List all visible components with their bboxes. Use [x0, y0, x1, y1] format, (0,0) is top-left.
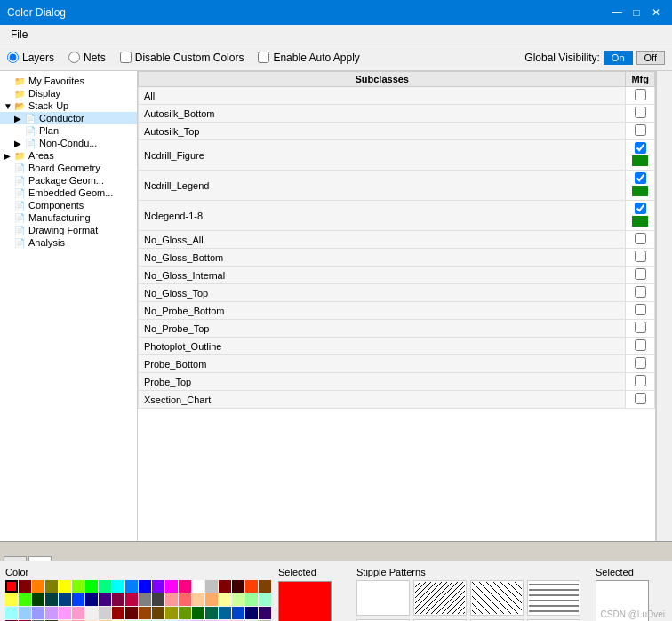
table-row[interactable]: No_Gloss_Bottom	[139, 249, 655, 267]
color-swatch[interactable]	[99, 580, 111, 593]
table-row[interactable]: Photoplot_Outline	[139, 338, 655, 355]
visibility-off-button[interactable]: Off	[636, 51, 665, 65]
row-checkbox[interactable]	[635, 357, 646, 369]
color-swatch[interactable]	[179, 593, 191, 606]
disable-custom-colors-label[interactable]: Disable Custom Colors	[120, 52, 244, 64]
table-row[interactable]: No_Gloss_All	[139, 231, 655, 249]
sidebar-item-areas[interactable]: ▶ 📁 Areas	[0, 149, 137, 162]
table-row[interactable]: Ncdrill_Figure	[139, 140, 655, 171]
row-checkbox[interactable]	[635, 304, 646, 315]
color-swatch[interactable]	[5, 593, 18, 606]
color-swatch[interactable]	[45, 580, 58, 593]
stipple-swatch-horiz[interactable]	[527, 580, 580, 616]
sidebar-item-stack-up[interactable]: ▼ 📂 Stack-Up	[0, 100, 137, 112]
row-check-cell[interactable]	[626, 140, 655, 171]
color-swatch[interactable]	[72, 607, 84, 619]
row-check-cell[interactable]	[626, 373, 655, 391]
table-row[interactable]: No_Gloss_Top	[139, 284, 655, 302]
color-swatch[interactable]	[32, 580, 44, 593]
row-check-cell[interactable]	[626, 338, 655, 355]
color-swatch[interactable]	[5, 580, 18, 593]
color-swatch[interactable]	[165, 593, 178, 606]
row-check-cell[interactable]	[626, 105, 655, 123]
row-checkbox[interactable]	[635, 142, 646, 154]
stipple-swatch-empty[interactable]	[356, 580, 410, 616]
color-swatch[interactable]	[19, 580, 31, 593]
color-swatch[interactable]	[32, 593, 44, 606]
table-row[interactable]: Nclegend-1-8	[139, 201, 655, 231]
color-swatch[interactable]	[99, 607, 111, 619]
row-checkbox[interactable]	[635, 251, 646, 262]
sidebar-item-non-condu[interactable]: ▶ 📄 Non-Condu...	[0, 137, 137, 149]
color-swatch[interactable]	[45, 607, 58, 619]
color-swatch[interactable]	[205, 607, 218, 619]
color-swatch[interactable]	[139, 580, 151, 593]
row-check-cell[interactable]	[626, 391, 655, 409]
row-checkbox[interactable]	[635, 268, 646, 280]
row-check-cell[interactable]	[626, 320, 655, 338]
color-swatch[interactable]	[152, 580, 164, 593]
layers-radio-label[interactable]: Layers	[7, 52, 54, 64]
row-check-cell[interactable]	[626, 87, 655, 105]
sidebar-item-components[interactable]: 📄 Components	[0, 199, 137, 211]
table-row[interactable]: Ncdrill_Legend	[139, 171, 655, 201]
row-checkbox[interactable]	[635, 124, 646, 136]
color-swatch[interactable]	[59, 607, 71, 619]
row-checkbox[interactable]	[635, 375, 646, 386]
stipple-swatch-diag2[interactable]	[470, 580, 524, 616]
right-scrollbar[interactable]	[656, 71, 672, 541]
table-row[interactable]: No_Probe_Top	[139, 320, 655, 338]
color-swatch[interactable]	[59, 593, 71, 606]
color-swatch[interactable]	[165, 607, 178, 619]
sidebar-item-board-geometry[interactable]: 📄 Board Geometry	[0, 162, 137, 174]
table-row[interactable]: No_Probe_Bottom	[139, 302, 655, 320]
row-check-cell[interactable]	[626, 284, 655, 302]
maximize-button[interactable]: □	[628, 4, 645, 21]
color-swatch[interactable]	[45, 593, 58, 606]
color-swatch[interactable]	[85, 593, 98, 606]
table-row[interactable]: Xsection_Chart	[139, 391, 655, 409]
sidebar-item-manufacturing[interactable]: 📄 Manufacturing	[0, 211, 137, 224]
color-swatch[interactable]	[205, 580, 218, 593]
nets-radio-label[interactable]: Nets	[68, 52, 106, 64]
color-swatch[interactable]	[125, 580, 138, 593]
enable-auto-apply-checkbox[interactable]	[258, 52, 269, 63]
color-swatch[interactable]	[232, 580, 244, 593]
color-swatch[interactable]	[85, 580, 98, 593]
color-swatch[interactable]	[85, 607, 98, 619]
row-checkbox[interactable]	[635, 233, 646, 244]
table-row[interactable]: Autosilk_Bottom	[139, 105, 655, 123]
color-swatch[interactable]	[179, 607, 191, 619]
color-swatch[interactable]	[19, 607, 31, 619]
color-swatch[interactable]	[72, 593, 84, 606]
sidebar-item-display[interactable]: 📁 Display	[0, 87, 137, 100]
color-swatch[interactable]	[112, 593, 124, 606]
color-swatch[interactable]	[32, 607, 44, 619]
stipple-swatch-diag1[interactable]	[413, 580, 467, 616]
nets-radio[interactable]	[68, 52, 80, 63]
color-swatch[interactable]	[192, 593, 204, 606]
color-swatch[interactable]	[19, 593, 31, 606]
row-check-cell[interactable]	[626, 231, 655, 249]
row-checkbox[interactable]	[635, 89, 646, 100]
layers-radio[interactable]	[7, 52, 19, 63]
color-swatch[interactable]	[152, 607, 164, 619]
color-swatch[interactable]	[125, 607, 138, 619]
color-swatch[interactable]	[259, 580, 271, 593]
color-swatch[interactable]	[139, 593, 151, 606]
color-swatch[interactable]	[192, 607, 204, 619]
color-swatch[interactable]	[165, 580, 178, 593]
row-check-cell[interactable]	[626, 249, 655, 267]
row-check-cell[interactable]	[626, 171, 655, 201]
table-row[interactable]: No_Gloss_Internal	[139, 267, 655, 284]
sidebar-item-drawing-format[interactable]: 📄 Drawing Format	[0, 224, 137, 236]
color-swatch[interactable]	[245, 580, 258, 593]
sidebar-item-conductor[interactable]: ▶ 📄 Conductor	[0, 112, 137, 124]
row-check-cell[interactable]	[626, 302, 655, 320]
disable-custom-colors-checkbox[interactable]	[120, 52, 132, 63]
color-swatch[interactable]	[259, 593, 271, 606]
table-row[interactable]: Probe_Bottom	[139, 355, 655, 373]
sidebar-item-plan[interactable]: 📄 Plan	[0, 124, 137, 137]
row-check-cell[interactable]	[626, 267, 655, 284]
color-swatch[interactable]	[259, 607, 271, 619]
